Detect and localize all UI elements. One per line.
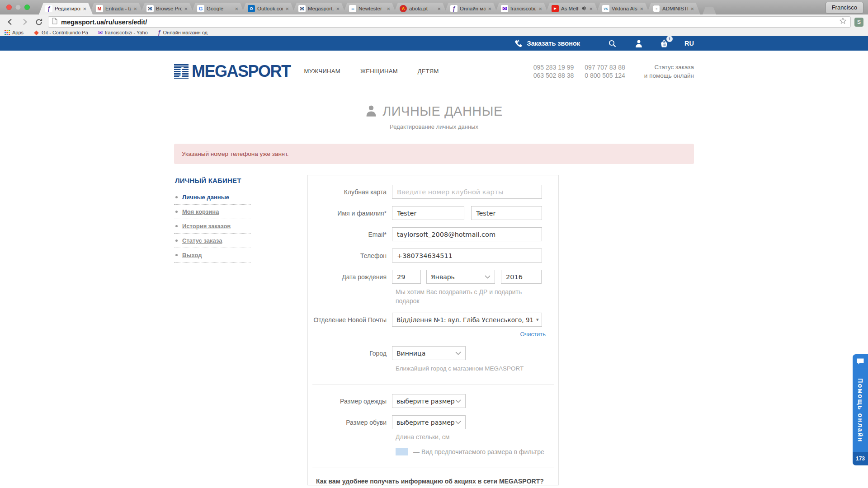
bullet-icon — [175, 254, 178, 256]
birth-day-input[interactable] — [392, 270, 421, 284]
tab-close-icon[interactable]: × — [184, 6, 188, 12]
bookmark-git[interactable]: Git - Contribuindo Pa — [33, 30, 88, 36]
tab-close-icon[interactable]: × — [640, 6, 643, 12]
bookmark-apps[interactable]: Apps — [5, 30, 24, 35]
sidebar-item-order-status[interactable]: Статус заказа — [174, 234, 251, 248]
browser-tab[interactable]: ƒ Онлайн магази × — [444, 3, 498, 14]
sidebar-item-order-history[interactable]: История заказов — [174, 219, 251, 234]
divider — [312, 384, 554, 385]
person-icon — [365, 104, 377, 119]
last-name-input[interactable] — [471, 206, 542, 220]
browser-tab[interactable]: ▶ As Melhores × — [545, 3, 599, 14]
tab-close-icon[interactable]: × — [690, 6, 694, 12]
browser-tab[interactable]: A abola.pt × — [393, 3, 447, 14]
git-icon — [33, 30, 39, 36]
online-help-widget[interactable]: Помощь онлайн 173 — [853, 354, 868, 465]
first-name-input[interactable] — [392, 206, 464, 220]
promo-question: Как вам удобнее получать информацию об а… — [316, 478, 558, 485]
tab-audio-icon — [581, 5, 587, 13]
sidebar-item-my-cart[interactable]: Моя корзина — [174, 205, 251, 219]
tab-close-icon[interactable]: × — [336, 6, 340, 12]
birth-month-select[interactable]: Январь — [426, 270, 495, 284]
tab-close-icon[interactable]: × — [235, 6, 238, 12]
club-card-label: Клубная карта — [308, 188, 392, 196]
browser-profile-button[interactable]: Francisco — [826, 2, 863, 14]
tab-close-icon[interactable]: × — [83, 6, 86, 12]
new-tab-button[interactable] — [703, 7, 716, 14]
browser-tab[interactable]: ✉ franciscobizi - × — [495, 3, 548, 14]
language-switcher[interactable]: RU — [684, 40, 694, 47]
browser-tab[interactable]: M Entrada - taylor × — [90, 3, 143, 14]
cart-icon[interactable]: 1 — [659, 39, 669, 48]
size-legend: — Вид предпочитаемого размера в фильтре — [396, 447, 552, 457]
tab-close-icon[interactable]: × — [488, 6, 491, 12]
email-label: Email* — [308, 231, 392, 238]
page-subtitle: Редактирование личных данных — [0, 123, 868, 130]
tab-close-icon[interactable]: × — [285, 6, 289, 12]
forward-button[interactable] — [19, 17, 30, 28]
url-text[interactable]: megasport.ua/ru/users/edit/ — [61, 19, 835, 26]
name-label: Имя и фамилия* — [308, 210, 392, 217]
close-window-button[interactable] — [6, 5, 12, 10]
script-f-favicon: ƒ — [450, 5, 458, 12]
nav-kids[interactable]: ДЕТЯМ — [418, 68, 439, 75]
email-input[interactable] — [392, 227, 542, 241]
nav-men[interactable]: МУЖЧИНАМ — [304, 68, 340, 75]
bullet-icon — [175, 211, 178, 213]
phone-input[interactable] — [392, 249, 542, 263]
tab-close-icon[interactable]: × — [387, 6, 390, 12]
order-status-link[interactable]: Статус заказа и помощь онлайн — [644, 63, 694, 80]
bullet-icon — [175, 239, 178, 242]
club-card-input[interactable] — [392, 185, 542, 199]
nav-women[interactable]: ЖЕНЩИНАМ — [360, 68, 398, 75]
browser-tab[interactable]: ≡ ADMINISTRACA × — [646, 3, 700, 14]
chevron-down-icon — [485, 275, 491, 279]
browser-tab[interactable]: VK Viktoria Alshari × — [596, 3, 650, 14]
tab-close-icon[interactable]: × — [437, 6, 441, 12]
bookmark-online-store[interactable]: ƒ Онлайн магазин од — [158, 29, 208, 36]
dropdown-arrow-icon: ▾ — [536, 317, 539, 323]
zoom-window-button[interactable] — [24, 5, 30, 10]
megasport-logo[interactable]: ∫ MEGASPORT — [174, 62, 291, 81]
profile-form: Клубная карта Имя и фамилия* Email* Теле… — [307, 175, 559, 485]
browser-tab[interactable]: Ж Browse Projects × — [140, 3, 194, 14]
search-icon[interactable] — [608, 39, 617, 48]
tab-close-icon[interactable]: × — [589, 6, 593, 12]
tab-close-icon[interactable]: × — [133, 6, 137, 12]
browser-tab[interactable]: ƒ Редактировани × — [39, 3, 93, 14]
browser-tab[interactable]: G Google × — [191, 3, 245, 14]
account-sidebar: ЛИЧНЫЙ КАБИНЕТ Личные данные Моя корзина… — [174, 175, 251, 263]
browser-tab[interactable]: ••• Newtester Test × — [343, 3, 396, 14]
nova-poshta-select[interactable]: Відділення №1: вул. Гліба Успенського, 9… — [392, 313, 542, 327]
bookmark-yahoo-mail[interactable]: ✉ franciscobizi - Yaho — [98, 29, 148, 36]
shoe-size-select[interactable]: выберите размер — [392, 415, 466, 429]
account-icon[interactable] — [635, 39, 643, 48]
reload-button[interactable] — [33, 17, 44, 28]
bookmark-star-icon[interactable] — [839, 17, 847, 27]
browser-tab[interactable]: Ж Megasport.ua - × — [292, 3, 346, 14]
clear-link[interactable]: Очистить — [520, 331, 546, 338]
main-nav: МУЖЧИНАМ ЖЕНЩИНАМ ДЕТЯМ — [304, 68, 439, 75]
birth-year-input[interactable] — [501, 270, 542, 284]
order-call-button[interactable]: Заказать звонок — [514, 39, 580, 48]
help-tab[interactable]: Помощь онлайн — [853, 369, 868, 452]
apps-grid-icon — [5, 30, 10, 35]
phone-numbers: 095 283 19 99 097 707 83 88 063 502 88 3… — [533, 64, 625, 79]
tab-strip: ƒ Редактировани × M Entrada - taylor × Ж… — [39, 3, 716, 14]
jira-favicon: Ж — [298, 5, 306, 12]
script-f-favicon: ƒ — [45, 5, 52, 12]
clothing-size-select[interactable]: выберите размер — [392, 394, 466, 408]
tab-close-icon[interactable]: × — [538, 6, 542, 12]
city-select[interactable]: Винница — [392, 346, 466, 360]
address-bar[interactable]: megasport.ua/ru/users/edit/ — [48, 16, 851, 28]
sidebar-item-logout[interactable]: Выход — [174, 248, 251, 263]
minimize-window-button[interactable] — [15, 5, 21, 10]
back-button[interactable] — [5, 17, 15, 28]
phone-label: Телефон — [308, 252, 392, 259]
extension-icon[interactable]: S — [854, 18, 863, 27]
bullet-icon — [175, 196, 178, 198]
clothing-size-label: Размер одежды — [308, 398, 392, 405]
sidebar-item-personal-data[interactable]: Личные данные — [174, 190, 251, 205]
chat-bubble-icon[interactable] — [853, 354, 868, 369]
browser-tab[interactable]: O Outlook.com - t × — [241, 3, 295, 14]
